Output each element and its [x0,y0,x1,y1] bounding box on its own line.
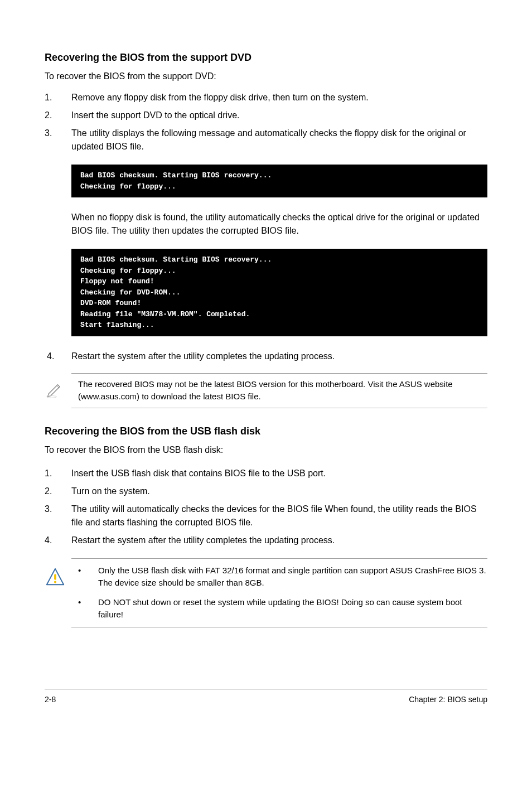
warning-text: DO NOT shut down or reset the system whi… [98,596,487,621]
list-number: 1. [45,91,71,104]
terminal-output-1: Bad BIOS checksum. Starting BIOS recover… [71,165,487,197]
warning-item: • Only the USB flash disk with FAT 32/16… [78,564,487,590]
list-number: 2. [45,485,71,498]
list-item: 4. Restart the system after the utility … [45,534,487,547]
chapter-label: Chapter 2: BIOS setup [409,694,487,706]
bullet: • [78,564,98,590]
heading-recover-usb: Recovering the BIOS from the USB flash d… [45,424,487,439]
list-number: 3. [45,503,71,529]
steps-list-usb: 1. Insert the USB flash disk that contai… [45,467,487,547]
list-text: The utility displays the following messa… [71,127,487,153]
list-number: 4. [45,350,71,363]
list-text: Restart the system after the utility com… [71,534,487,547]
svg-point-2 [54,581,56,583]
list-text: The utility will automatically checks th… [71,503,487,529]
steps-list-dvd: 1. Remove any floppy disk from the flopp… [45,91,487,153]
list-item: 2. Insert the support DVD to the optical… [45,109,487,122]
section-recover-dvd: Recovering the BIOS from the support DVD… [45,50,487,408]
terminal-output-2: Bad BIOS checksum. Starting BIOS recover… [71,249,487,336]
list-item: 3. The utility displays the following me… [45,127,487,153]
note-text: The recovered BIOS may not be the latest… [78,378,487,403]
page-footer: 2-8 Chapter 2: BIOS setup [45,689,487,706]
list-item: 1. Remove any floppy disk from the flopp… [45,91,487,104]
section-recover-usb: Recovering the BIOS from the USB flash d… [45,424,487,627]
warning-content: • Only the USB flash disk with FAT 32/16… [78,564,487,621]
paragraph: When no floppy disk is found, the utilit… [71,211,487,238]
list-text: Turn on the system. [71,485,487,498]
heading-recover-dvd: Recovering the BIOS from the support DVD [45,50,487,65]
svg-rect-1 [54,574,56,579]
pencil-icon [45,379,67,403]
warning-box: • Only the USB flash disk with FAT 32/16… [71,558,487,627]
warning-triangle-icon [45,567,67,592]
list-number: 4. [45,534,71,547]
list-item: 3. The utility will automatically checks… [45,503,487,529]
warning-item: • DO NOT shut down or reset the system w… [78,596,487,621]
list-item: 4. Restart the system after the utility … [45,350,487,363]
bullet: • [78,596,98,621]
list-number: 3. [45,127,71,153]
intro-text: To recover the BIOS from the support DVD… [45,70,487,83]
list-text: Insert the USB flash disk that contains … [71,467,487,480]
list-item: 1. Insert the USB flash disk that contai… [45,467,487,480]
list-text: Restart the system after the utility com… [71,350,487,363]
list-text: Remove any floppy disk from the floppy d… [71,91,487,104]
list-number: 1. [45,467,71,480]
list-item: 2. Turn on the system. [45,485,487,498]
page-number: 2-8 [45,694,56,706]
list-number: 2. [45,109,71,122]
warning-text: Only the USB flash disk with FAT 32/16 f… [98,564,487,590]
note-box: The recovered BIOS may not be the latest… [71,373,487,408]
intro-text: To recover the BIOS from the USB flash d… [45,443,487,457]
list-text: Insert the support DVD to the optical dr… [71,109,487,122]
